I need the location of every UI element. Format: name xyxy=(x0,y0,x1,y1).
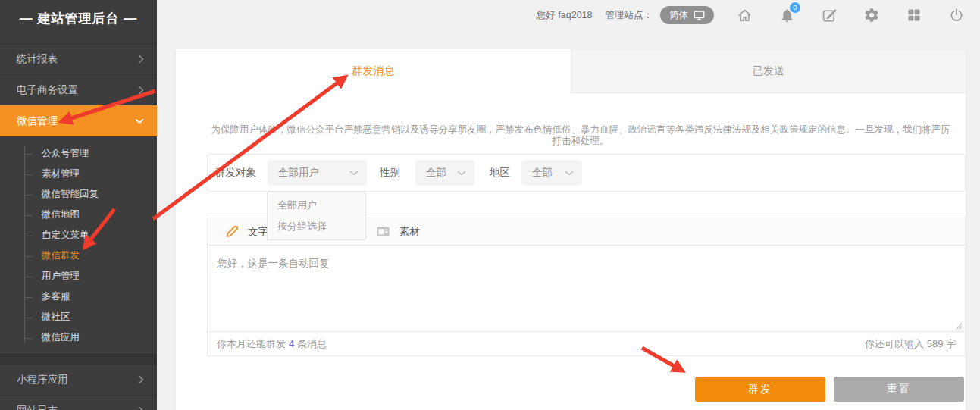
region-select-value: 全部 xyxy=(532,166,553,180)
language-switch[interactable]: 简体 xyxy=(660,6,714,24)
notifications-bell-icon[interactable]: 0 xyxy=(778,6,796,24)
notification-badge: 0 xyxy=(790,2,800,13)
resize-grip[interactable] xyxy=(954,321,963,330)
quota-text: 你本月还能群发4条消息 xyxy=(217,337,327,351)
chevron-right-icon xyxy=(139,55,144,64)
sidebar-subitem-wechat-app[interactable]: 微信应用 xyxy=(0,327,157,348)
pencil-icon xyxy=(224,224,239,239)
sidebar-subitem-custom-menu[interactable]: 自定义菜单 xyxy=(0,225,157,246)
tab-sent[interactable]: 已发送 xyxy=(571,49,966,93)
sidebar-item-label: 微信管理 xyxy=(17,115,58,127)
chevron-right-icon xyxy=(139,407,144,410)
region-label: 地区 xyxy=(490,155,510,191)
editor-footer: 你本月还能群发4条消息 你还可以输入 589 字 xyxy=(208,331,965,355)
sidebar-item-label: 小程序应用 xyxy=(17,374,68,385)
sidebar-subitem-mass-send[interactable]: 微信群发 xyxy=(0,246,157,266)
user-greeting: 您好 faq2018 xyxy=(537,9,593,22)
filter-row: 群发对象 全部用户 性别 全部 地区 全部 xyxy=(207,154,966,192)
remaining-chars-text: 你还可以输入 589 字 xyxy=(865,337,956,351)
sidebar-item-label: 统计报表 xyxy=(17,53,58,64)
sidebar-subitem-multi-service[interactable]: 多客服 xyxy=(0,286,157,307)
tab-bar: 群发消息 已发送 xyxy=(176,49,966,93)
monitor-icon xyxy=(694,10,705,21)
tab-mass-message[interactable]: 群发消息 xyxy=(176,49,571,93)
region-select[interactable]: 全部 xyxy=(521,160,582,186)
sidebar-subitem-material[interactable]: 素材管理 xyxy=(0,164,157,184)
sidebar-subitem-micro-community[interactable]: 微社区 xyxy=(0,307,157,327)
sidebar-item-label: 电子商务设置 xyxy=(17,84,78,95)
policy-notice: 为保障用户体验，微信公众平台严禁恶意营销以及诱导分享朋友圈，严禁发布色情低俗、暴… xyxy=(209,124,952,147)
quota-suffix: 条消息 xyxy=(297,338,327,349)
sidebar: — 建站管理后台 — 统计报表 电子商务设置 微信管理 公众号管理 素材管理 微… xyxy=(0,0,157,410)
target-select-value: 全部用户 xyxy=(278,166,319,180)
target-select[interactable]: 全部用户 xyxy=(268,160,367,186)
reset-button[interactable]: 重置 xyxy=(834,377,964,402)
content-panel: 群发消息 已发送 为保障用户体验，微信公众平台严禁恶意营销以及诱导分享朋友圈，严… xyxy=(176,49,966,410)
wechat-submenu: 公众号管理 素材管理 微信智能回复 微信地图 自定义菜单 微信群发 用户管理 多… xyxy=(0,136,157,354)
managed-site-label: 管理站点： xyxy=(606,9,653,22)
chevron-right-icon xyxy=(139,376,144,384)
dropdown-option-by-group[interactable]: 按分组选择 xyxy=(268,216,365,237)
message-content: 您好，这是一条自动回复 xyxy=(208,246,965,282)
topbar: 您好 faq2018 管理站点： 简体 0 xyxy=(157,0,980,30)
sidebar-item-label: 网站日志 xyxy=(17,405,58,410)
editor-tab-text[interactable]: 文字 xyxy=(224,224,268,239)
dropdown-option-all-users[interactable]: 全部用户 xyxy=(268,195,365,216)
home-icon[interactable] xyxy=(735,6,753,24)
quota-prefix: 你本月还能群发 xyxy=(217,338,286,349)
gender-select-value: 全部 xyxy=(426,166,446,180)
sidebar-subitem-official-account[interactable]: 公众号管理 xyxy=(0,143,157,164)
chevron-down-icon xyxy=(457,171,466,176)
power-logout-icon[interactable] xyxy=(947,6,966,24)
chevron-down-icon xyxy=(565,171,574,176)
sidebar-item-statistics[interactable]: 统计报表 xyxy=(0,43,157,74)
chevron-down-icon xyxy=(349,171,358,176)
edit-icon[interactable] xyxy=(820,6,838,24)
language-label: 简体 xyxy=(669,9,688,22)
gender-label: 性别 xyxy=(380,155,400,191)
sidebar-divider xyxy=(0,354,157,364)
sidebar-item-site-log[interactable]: 网站日志 xyxy=(0,395,157,410)
editor-tab-text-label: 文字 xyxy=(248,225,268,239)
sidebar-item-ecommerce[interactable]: 电子商务设置 xyxy=(0,74,157,105)
app-title: — 建站管理后台 — xyxy=(0,0,157,43)
sidebar-subitem-wechat-map[interactable]: 微信地图 xyxy=(0,205,157,225)
target-label: 群发对象 xyxy=(215,155,256,191)
settings-gear-icon[interactable] xyxy=(863,6,881,24)
sidebar-subitem-user-management[interactable]: 用户管理 xyxy=(0,266,157,286)
quota-count: 4 xyxy=(289,338,294,349)
send-button[interactable]: 群发 xyxy=(695,377,825,402)
sidebar-item-mini-program[interactable]: 小程序应用 xyxy=(0,364,157,395)
sidebar-subitem-smart-reply[interactable]: 微信智能回复 xyxy=(0,184,157,205)
sidebar-item-wechat-management[interactable]: 微信管理 xyxy=(0,105,157,136)
message-textarea[interactable]: 您好，这是一条自动回复 xyxy=(208,246,965,331)
image-card-icon xyxy=(376,226,390,238)
editor-tab-material[interactable]: 素材 xyxy=(376,225,420,239)
chevron-right-icon xyxy=(139,86,144,95)
editor-tab-material-label: 素材 xyxy=(399,225,420,239)
gender-select[interactable]: 全部 xyxy=(415,160,474,186)
target-dropdown-panel: 全部用户 按分组选择 xyxy=(267,192,366,240)
apps-grid-icon[interactable] xyxy=(905,6,923,24)
chevron-down-icon xyxy=(135,119,144,124)
